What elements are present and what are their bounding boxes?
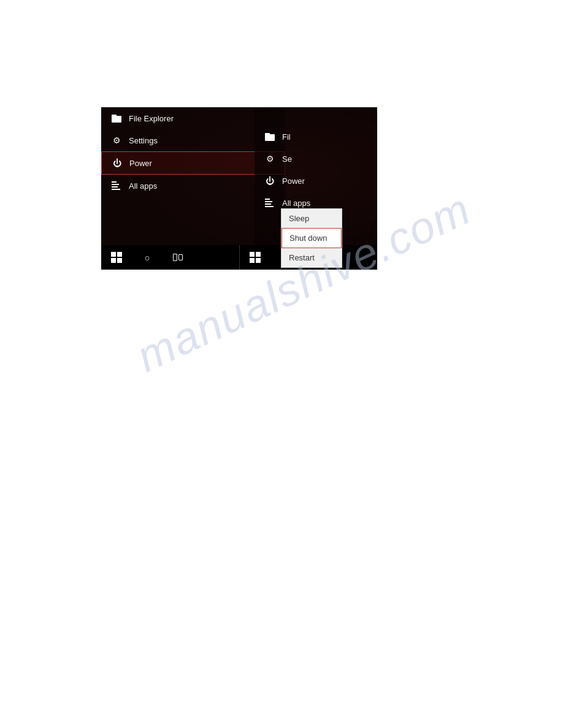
flyout-sleep[interactable]: Sleep (282, 209, 342, 228)
all-apps-label-right: All apps (282, 199, 310, 208)
power-flyout: Sleep Shut down Restart (281, 208, 342, 268)
power-label: Power (129, 159, 152, 168)
menu-item-power-right[interactable]: ⏻ Power (255, 170, 377, 192)
start-menu-background: File Explorer ⚙ Settings ⏻ Power (101, 107, 377, 270)
settings-label-right: Se (282, 154, 292, 164)
screenshot-container: File Explorer ⚙ Settings ⏻ Power (101, 107, 377, 270)
power-icon-right: ⏻ (264, 175, 276, 187)
task-view-button[interactable] (163, 245, 193, 270)
power-label-right: Power (282, 176, 305, 186)
list-icon-right (264, 197, 276, 209)
taskview-icon (173, 254, 183, 261)
page: manualshive.com File Explorer ⚙ (0, 0, 563, 728)
folder-icon (110, 112, 123, 124)
search-button[interactable]: ○ (132, 245, 163, 270)
gear-icon-right: ⚙ (264, 153, 276, 165)
windows-start-button[interactable] (101, 245, 132, 270)
menu-item-settings-right[interactable]: ⚙ Se (255, 148, 377, 170)
flyout-restart[interactable]: Restart (282, 248, 342, 267)
windows-start-button-right[interactable] (240, 245, 270, 270)
taskbar-left: ○ (101, 245, 239, 270)
file-explorer-label: File Explorer (129, 114, 174, 123)
menu-item-file-explorer-right[interactable]: Fil (255, 126, 377, 148)
search-icon: ○ (144, 252, 150, 263)
all-apps-label: All apps (129, 181, 157, 191)
settings-label: Settings (129, 136, 158, 145)
power-icon: ⏻ (111, 157, 123, 169)
windows-logo-icon (111, 252, 122, 263)
list-icon (110, 180, 123, 192)
folder-icon-right (264, 131, 276, 143)
windows-logo-icon-right (250, 252, 261, 263)
file-explorer-label-right: Fil (282, 132, 291, 142)
flyout-shutdown[interactable]: Shut down (282, 228, 342, 248)
gear-icon: ⚙ (110, 134, 123, 146)
